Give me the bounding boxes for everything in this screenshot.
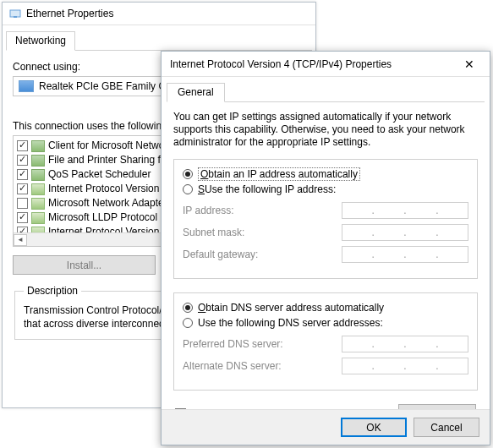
radio-icon (183, 184, 193, 194)
gateway-label: Default gateway: (183, 249, 293, 260)
radio-ip-auto-txt: btain an IP address automatically (208, 168, 358, 180)
adapter-name: Realtek PCIe GBE Family C (39, 80, 166, 92)
pref-dns-label: Preferred DNS server: (183, 338, 293, 350)
radio-dns-manual[interactable]: Use the following DNS server addresses: (183, 315, 468, 331)
ethernet-icon (9, 8, 21, 19)
ipv4-title-bar[interactable]: Internet Protocol Version 4 (TCP/IPv4) P… (162, 52, 490, 77)
radio-dns-auto-txt: btain DNS server address automatically (205, 302, 384, 314)
dns-group: Obtain DNS server address automatically … (173, 292, 478, 391)
subnet-label: Subnet mask: (183, 227, 293, 238)
radio-dns-auto-u: O (198, 302, 205, 314)
item-label: Internet Protocol Version (48, 183, 159, 195)
item-label: QoS Packet Scheduler (48, 168, 151, 181)
radio-icon (183, 169, 193, 179)
protocol-icon (31, 169, 45, 181)
subnet-field: ... (342, 224, 468, 241)
radio-icon (183, 318, 193, 328)
protocol-icon (31, 155, 45, 167)
protocol-icon (31, 198, 45, 210)
ipv4-properties-window: Internet Protocol Version 4 (TCP/IPv4) P… (161, 51, 490, 445)
item-checkbox[interactable] (17, 140, 28, 151)
gateway-field: ... (342, 246, 468, 263)
item-checkbox[interactable] (17, 155, 28, 166)
adapter-icon (19, 80, 34, 92)
pref-dns-field: ... (342, 336, 468, 352)
item-label: Microsoft LLDP Protocol (48, 211, 157, 224)
radio-dns-auto[interactable]: Obtain DNS server address automatically (183, 300, 468, 315)
protocol-icon (31, 212, 45, 224)
ok-button[interactable]: OK (341, 418, 407, 437)
ipv4-tabs: General (167, 82, 485, 102)
ipv4-body: You can get IP settings assigned automat… (162, 102, 490, 432)
close-icon[interactable]: ✕ (454, 56, 485, 73)
svg-rect-0 (10, 10, 20, 17)
item-checkbox[interactable] (17, 212, 28, 223)
radio-icon (183, 303, 193, 313)
tab-general[interactable]: General (167, 83, 225, 102)
ethernet-title: Ethernet Properties (26, 3, 113, 25)
ethernet-title-bar: Ethernet Properties (3, 3, 315, 25)
protocol-icon (31, 183, 45, 195)
radio-ip-manual[interactable]: SUse the following IP address:Use the fo… (183, 182, 468, 197)
radio-ip-auto-u: O (200, 168, 208, 180)
ip-address-label: IP address: (183, 205, 293, 216)
alt-dns-field: ... (342, 358, 468, 374)
ipv4-footer: OK Cancel (162, 409, 490, 445)
item-checkbox[interactable] (17, 169, 28, 180)
scroll-left-arrow[interactable]: ◄ (14, 234, 27, 246)
ip-address-field: ... (342, 202, 468, 219)
ip-group: Obtain an IP address automatically SUse … (173, 159, 478, 279)
item-label: Microsoft Network Adapte (48, 197, 164, 210)
item-label: Client for Microsoft Netwo (48, 139, 164, 152)
install-button[interactable]: Install... (13, 255, 156, 275)
item-checkbox[interactable] (17, 198, 28, 209)
svg-rect-1 (14, 16, 17, 18)
description-legend: Description (24, 285, 81, 297)
intro-text: You can get IP settings assigned automat… (173, 111, 478, 149)
radio-dns-manual-label: Use the following DNS server addresses: (198, 317, 383, 329)
ethernet-tabs: Networking (6, 30, 312, 51)
ipv4-title: Internet Protocol Version 4 (TCP/IPv4) P… (170, 58, 454, 70)
protocol-icon (31, 140, 45, 152)
alt-dns-label: Alternate DNS server: (183, 360, 293, 372)
radio-ip-manual-label: SUse the following IP address:Use the fo… (198, 183, 336, 195)
cancel-button[interactable]: Cancel (414, 418, 479, 437)
item-checkbox[interactable] (17, 183, 28, 194)
radio-ip-auto[interactable]: Obtain an IP address automatically (183, 167, 468, 182)
item-label: File and Printer Sharing fo (48, 154, 166, 167)
tab-networking[interactable]: Networking (6, 31, 75, 51)
